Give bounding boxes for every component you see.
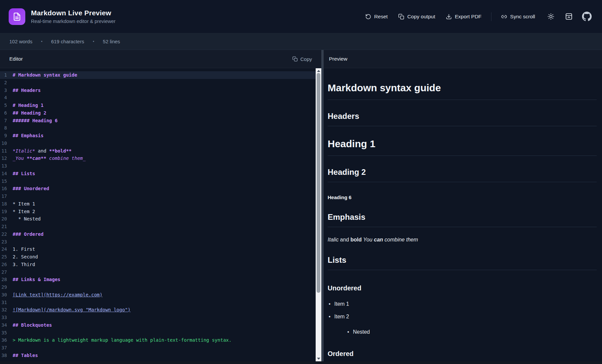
code-text: # Heading 1 [10,102,44,109]
editor-line[interactable]: 29 [0,283,321,291]
scrollbar-down-arrow[interactable] [317,358,320,360]
preview-pane-header: Preview [324,50,602,68]
code-text: * Nested [10,215,41,223]
preview-paragraph: Italic and bold You can combine them [328,236,597,244]
text-segment: ## Headers [13,88,41,93]
line-number: 5 [0,102,10,109]
editor-line[interactable]: 2 [0,79,321,87]
editor-line[interactable]: 21 [0,223,321,230]
editor-line[interactable]: 241. First [0,245,321,253]
line-number: 17 [0,192,10,200]
panel-toggle-button[interactable] [562,10,575,23]
code-text: ### Ordered [10,230,44,238]
editor-line[interactable]: 5# Heading 1 [0,102,321,109]
editor-line[interactable]: 8 [0,124,321,132]
editor-line[interactable]: 13 [0,162,321,170]
code-text: > Markdown is a lightweight markup langu… [10,336,231,344]
github-link[interactable] [580,10,593,23]
editor-line[interactable]: 3## Headers [0,87,321,94]
text-segment: ## Emphasis [13,133,44,138]
line-number: 1 [0,71,10,79]
preview-list-item: Item 2Nested [328,313,597,336]
editor-line[interactable]: 9## Emphasis [0,132,321,140]
line-number: 9 [0,132,10,140]
editor-line[interactable]: 11*Italic* and **bold** [0,147,321,155]
text-segment: 2. Second [13,254,38,259]
code-text: ## Tables [10,352,38,359]
preview-heading-h3: Ordered [328,350,597,358]
copy-output-button[interactable]: Copy output [394,11,440,23]
code-text: ###### Heading 6 [10,117,58,125]
text-segment: ### Ordered [13,231,44,237]
editor-line[interactable]: 1# Markdown syntax guide [0,71,321,79]
editor-line[interactable]: 15 [0,178,321,185]
editor-line[interactable]: 37 [0,344,321,352]
editor-line[interactable]: 22### Ordered [0,230,321,238]
text-segment: **can** [27,156,46,161]
editor-line[interactable]: 30[Link text](https://example.com) [0,291,321,299]
export-pdf-button[interactable]: Export PDF [442,11,486,23]
editor-line[interactable]: 12_You **can** combine them_ [0,155,321,162]
preview-pane: Preview Markdown syntax guideHeadersHead… [324,50,602,364]
scrollbar-up-arrow[interactable] [317,70,320,72]
line-number: 32 [0,306,10,314]
sync-scroll-button[interactable]: Sync scroll [497,11,539,23]
editor-line[interactable]: 6## Heading 2 [0,109,321,117]
editor-line[interactable]: 33 [0,314,321,321]
editor-line[interactable]: 35 [0,329,321,337]
code-text: _You **can** combine them_ [10,155,86,162]
line-number: 8 [0,124,10,132]
editor-line[interactable]: 27 [0,268,321,276]
line-count: 52 lines [103,39,120,44]
code-text [10,178,13,185]
editor-line[interactable]: 23 [0,238,321,246]
editor-copy-button[interactable]: Copy [290,54,315,64]
scrollbar-thumb[interactable] [317,73,320,293]
reset-button[interactable]: Reset [361,11,392,23]
preview-heading-h2: Headers [328,111,597,126]
text-segment: ## Blockquotes [13,322,52,328]
code-text [10,140,13,147]
copy-icon [398,14,404,20]
editor-textarea[interactable]: 1# Markdown syntax guide23## Headers45# … [0,68,321,364]
editor-line[interactable]: 252. Second [0,253,321,261]
editor-line[interactable]: 4 [0,94,321,102]
panel-top-icon [565,13,573,20]
line-number: 28 [0,276,10,283]
preview-list-item: Nested [346,328,597,336]
line-number: 13 [0,162,10,170]
editor-scrollbar[interactable] [316,68,321,361]
stats-bar: 102 words • 619 characters • 52 lines [0,33,602,50]
editor-line[interactable]: 14## Lists [0,170,321,178]
editor-line[interactable]: 18* Item 1 [0,200,321,208]
editor-line[interactable]: 19* Item 2 [0,208,321,215]
editor-line[interactable]: 16### Unordered [0,185,321,192]
pane-splitter[interactable] [321,50,324,364]
code-text: 3. Third [10,261,35,268]
editor-line[interactable]: 28## Links & Images [0,276,321,283]
code-text [10,192,13,200]
word-count: 102 words [9,39,32,44]
text-segment: *Italic* [13,148,35,154]
code-text [10,344,13,352]
editor-line[interactable]: 36> Markdown is a lightweight markup lan… [0,336,321,344]
editor-line[interactable]: 263. Third [0,261,321,268]
editor-pane-title: Editor [9,56,23,62]
editor-line[interactable]: 7###### Heading 6 [0,117,321,125]
code-text [10,94,13,102]
editor-line[interactable]: 34## Blockquotes [0,321,321,329]
theme-toggle-button[interactable] [544,10,557,23]
editor-line[interactable]: 20 * Nested [0,215,321,223]
editor-line[interactable]: 17 [0,192,321,200]
editor-line[interactable]: 31 [0,299,321,306]
preview-nested-list: Nested [346,328,597,336]
code-text [10,299,13,306]
text-segment: > Markdown is a lightweight markup langu… [13,337,231,343]
code-text: ## Heading 2 [10,109,46,117]
copy-icon [292,56,298,62]
page-title: Markdown Live Preview [31,9,116,17]
editor-line[interactable]: 38## Tables [0,352,321,359]
preview-list: Item 1Item 2Nested [328,300,597,336]
editor-line[interactable]: 10 [0,140,321,147]
editor-line[interactable]: 32![Markdown](/markdown.svg "Markdown lo… [0,306,321,314]
